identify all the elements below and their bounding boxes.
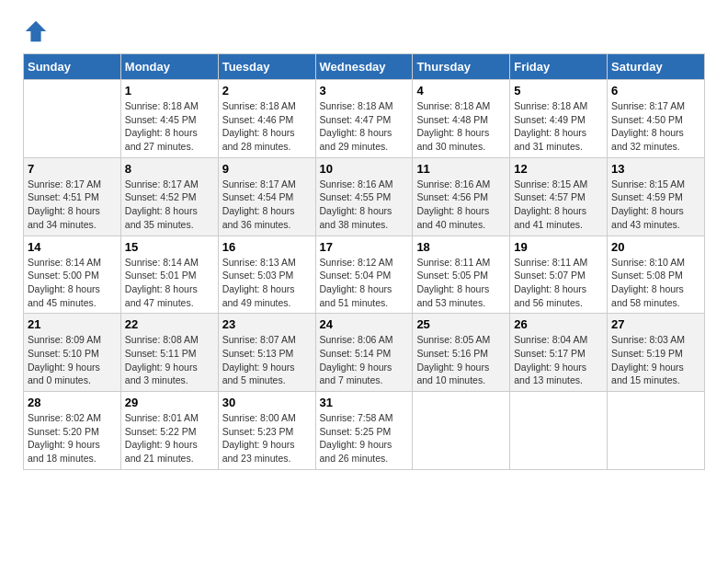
day-number: 10 — [320, 162, 409, 176]
day-info: Sunrise: 8:09 AM Sunset: 5:10 PM Dayligh… — [28, 333, 117, 387]
day-info: Sunrise: 8:07 AM Sunset: 5:13 PM Dayligh… — [222, 333, 312, 387]
svg-marker-0 — [26, 21, 46, 41]
day-info: Sunrise: 8:16 AM Sunset: 4:56 PM Dayligh… — [416, 178, 506, 232]
calendar-cell: 4Sunrise: 8:18 AM Sunset: 4:48 PM Daylig… — [413, 80, 510, 158]
day-number: 6 — [611, 84, 700, 98]
calendar-cell: 27Sunrise: 8:03 AM Sunset: 5:19 PM Dayli… — [608, 314, 705, 392]
day-number: 8 — [125, 162, 214, 176]
calendar-cell: 31Sunrise: 7:58 AM Sunset: 5:25 PM Dayli… — [315, 392, 413, 470]
day-number: 19 — [514, 240, 603, 254]
calendar-cell: 30Sunrise: 8:00 AM Sunset: 5:23 PM Dayli… — [218, 392, 315, 470]
day-header-sunday: Sunday — [24, 54, 121, 80]
logo-icon — [23, 18, 49, 44]
calendar-cell: 20Sunrise: 8:10 AM Sunset: 5:08 PM Dayli… — [608, 236, 705, 314]
calendar-cell: 5Sunrise: 8:18 AM Sunset: 4:49 PM Daylig… — [510, 80, 608, 158]
calendar-cell: 3Sunrise: 8:18 AM Sunset: 4:47 PM Daylig… — [315, 80, 413, 158]
day-info: Sunrise: 8:14 AM Sunset: 5:00 PM Dayligh… — [28, 256, 117, 310]
day-info: Sunrise: 8:18 AM Sunset: 4:49 PM Dayligh… — [514, 99, 603, 154]
day-number: 30 — [222, 396, 312, 409]
week-row-4: 21Sunrise: 8:09 AM Sunset: 5:10 PM Dayli… — [24, 314, 705, 392]
day-info: Sunrise: 8:18 AM Sunset: 4:47 PM Dayligh… — [320, 99, 409, 154]
day-number: 27 — [611, 317, 700, 331]
calendar-cell: 2Sunrise: 8:18 AM Sunset: 4:46 PM Daylig… — [218, 80, 315, 158]
day-info: Sunrise: 8:06 AM Sunset: 5:14 PM Dayligh… — [320, 333, 409, 387]
day-info: Sunrise: 8:02 AM Sunset: 5:20 PM Dayligh… — [28, 411, 117, 465]
calendar-cell — [413, 392, 510, 470]
day-number: 11 — [416, 162, 506, 176]
calendar-cell: 7Sunrise: 8:17 AM Sunset: 4:51 PM Daylig… — [24, 157, 121, 236]
week-row-3: 14Sunrise: 8:14 AM Sunset: 5:00 PM Dayli… — [24, 236, 705, 314]
calendar-cell: 9Sunrise: 8:17 AM Sunset: 4:54 PM Daylig… — [218, 157, 315, 236]
calendar-cell — [510, 392, 608, 470]
day-info: Sunrise: 8:03 AM Sunset: 5:19 PM Dayligh… — [611, 333, 700, 387]
day-info: Sunrise: 8:18 AM Sunset: 4:46 PM Dayligh… — [222, 99, 312, 154]
week-row-1: 1Sunrise: 8:18 AM Sunset: 4:45 PM Daylig… — [24, 80, 705, 158]
day-number: 4 — [416, 84, 506, 98]
day-number: 1 — [125, 84, 214, 98]
day-number: 13 — [611, 162, 700, 176]
day-info: Sunrise: 8:17 AM Sunset: 4:54 PM Dayligh… — [222, 178, 312, 232]
calendar-table: SundayMondayTuesdayWednesdayThursdayFrid… — [23, 53, 705, 470]
day-info: Sunrise: 8:12 AM Sunset: 5:04 PM Dayligh… — [320, 256, 409, 310]
calendar-cell: 24Sunrise: 8:06 AM Sunset: 5:14 PM Dayli… — [315, 314, 413, 392]
page-header — [23, 18, 705, 44]
calendar-cell — [24, 80, 121, 158]
calendar-cell: 12Sunrise: 8:15 AM Sunset: 4:57 PM Dayli… — [510, 157, 608, 236]
day-info: Sunrise: 8:10 AM Sunset: 5:08 PM Dayligh… — [611, 256, 700, 310]
day-number: 14 — [28, 240, 117, 254]
day-header-tuesday: Tuesday — [218, 54, 315, 80]
calendar-cell: 26Sunrise: 8:04 AM Sunset: 5:17 PM Dayli… — [510, 314, 608, 392]
day-info: Sunrise: 8:04 AM Sunset: 5:17 PM Dayligh… — [514, 333, 603, 387]
day-info: Sunrise: 7:58 AM Sunset: 5:25 PM Dayligh… — [320, 411, 409, 465]
day-number: 23 — [222, 317, 312, 331]
day-info: Sunrise: 8:18 AM Sunset: 4:48 PM Dayligh… — [416, 99, 506, 154]
week-row-2: 7Sunrise: 8:17 AM Sunset: 4:51 PM Daylig… — [24, 157, 705, 236]
day-info: Sunrise: 8:17 AM Sunset: 4:51 PM Dayligh… — [28, 178, 117, 232]
calendar-cell: 29Sunrise: 8:01 AM Sunset: 5:22 PM Dayli… — [120, 392, 218, 470]
day-info: Sunrise: 8:14 AM Sunset: 5:01 PM Dayligh… — [125, 256, 214, 310]
day-number: 15 — [125, 240, 214, 254]
day-number: 2 — [222, 84, 312, 98]
calendar-cell: 23Sunrise: 8:07 AM Sunset: 5:13 PM Dayli… — [218, 314, 315, 392]
day-number: 12 — [514, 162, 603, 176]
day-info: Sunrise: 8:16 AM Sunset: 4:55 PM Dayligh… — [320, 178, 409, 232]
day-header-thursday: Thursday — [413, 54, 510, 80]
calendar-cell: 6Sunrise: 8:17 AM Sunset: 4:50 PM Daylig… — [608, 80, 705, 158]
calendar-cell: 16Sunrise: 8:13 AM Sunset: 5:03 PM Dayli… — [218, 236, 315, 314]
day-number: 5 — [514, 84, 603, 98]
day-header-saturday: Saturday — [608, 54, 705, 80]
logo — [23, 18, 52, 44]
day-info: Sunrise: 8:17 AM Sunset: 4:50 PM Dayligh… — [611, 99, 700, 154]
calendar-cell: 19Sunrise: 8:11 AM Sunset: 5:07 PM Dayli… — [510, 236, 608, 314]
day-number: 26 — [514, 317, 603, 331]
calendar-cell: 13Sunrise: 8:15 AM Sunset: 4:59 PM Dayli… — [608, 157, 705, 236]
day-info: Sunrise: 8:18 AM Sunset: 4:45 PM Dayligh… — [125, 99, 214, 154]
calendar-cell: 21Sunrise: 8:09 AM Sunset: 5:10 PM Dayli… — [24, 314, 121, 392]
day-header-friday: Friday — [510, 54, 608, 80]
day-number: 17 — [320, 240, 409, 254]
calendar-cell: 28Sunrise: 8:02 AM Sunset: 5:20 PM Dayli… — [24, 392, 121, 470]
day-info: Sunrise: 8:05 AM Sunset: 5:16 PM Dayligh… — [416, 333, 506, 387]
day-header-row: SundayMondayTuesdayWednesdayThursdayFrid… — [24, 54, 705, 80]
calendar-cell: 8Sunrise: 8:17 AM Sunset: 4:52 PM Daylig… — [120, 157, 218, 236]
day-number: 20 — [611, 240, 700, 254]
day-info: Sunrise: 8:01 AM Sunset: 5:22 PM Dayligh… — [125, 411, 214, 465]
calendar-header: SundayMondayTuesdayWednesdayThursdayFrid… — [24, 54, 705, 80]
calendar-cell: 11Sunrise: 8:16 AM Sunset: 4:56 PM Dayli… — [413, 157, 510, 236]
day-info: Sunrise: 8:17 AM Sunset: 4:52 PM Dayligh… — [125, 178, 214, 232]
day-number: 29 — [125, 396, 214, 409]
day-number: 22 — [125, 317, 214, 331]
calendar-cell: 22Sunrise: 8:08 AM Sunset: 5:11 PM Dayli… — [120, 314, 218, 392]
day-number: 9 — [222, 162, 312, 176]
day-info: Sunrise: 8:11 AM Sunset: 5:05 PM Dayligh… — [416, 256, 506, 310]
day-number: 21 — [28, 317, 117, 331]
calendar-cell: 17Sunrise: 8:12 AM Sunset: 5:04 PM Dayli… — [315, 236, 413, 314]
day-info: Sunrise: 8:15 AM Sunset: 4:59 PM Dayligh… — [611, 178, 700, 232]
day-info: Sunrise: 8:15 AM Sunset: 4:57 PM Dayligh… — [514, 178, 603, 232]
day-info: Sunrise: 8:13 AM Sunset: 5:03 PM Dayligh… — [222, 256, 312, 310]
calendar-cell: 18Sunrise: 8:11 AM Sunset: 5:05 PM Dayli… — [413, 236, 510, 314]
calendar-body: 1Sunrise: 8:18 AM Sunset: 4:45 PM Daylig… — [24, 80, 705, 470]
calendar-cell: 25Sunrise: 8:05 AM Sunset: 5:16 PM Dayli… — [413, 314, 510, 392]
day-number: 25 — [416, 317, 506, 331]
day-header-monday: Monday — [120, 54, 218, 80]
